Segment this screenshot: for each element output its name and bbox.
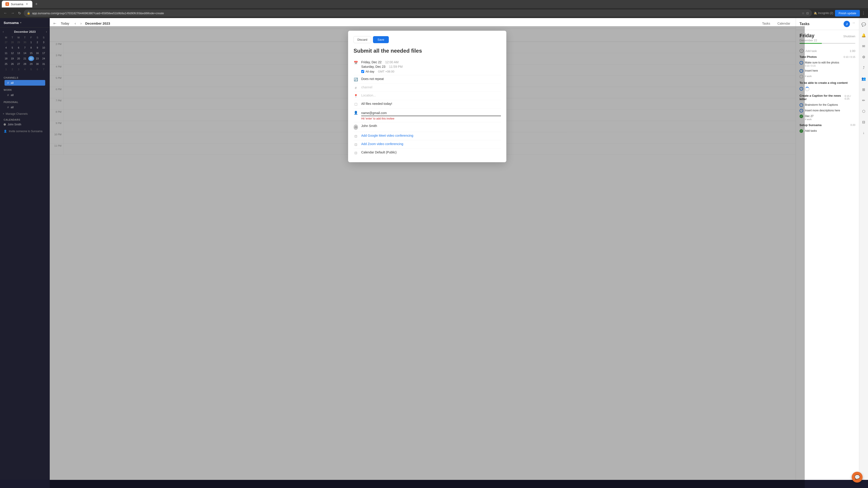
- browser-tab[interactable]: S Sunsama ✕: [2, 1, 32, 7]
- manage-channels-button[interactable]: + Manage Channels: [0, 111, 50, 117]
- rail-github-icon[interactable]: ⬡: [860, 107, 867, 115]
- mini-cal-day[interactable]: 15: [28, 51, 34, 56]
- end-date[interactable]: Saturday, Dec 23: [361, 65, 385, 68]
- mini-cal-day[interactable]: 7: [22, 45, 28, 50]
- invite-button[interactable]: 👤 Invite someone to Sunsama: [0, 128, 50, 135]
- save-button[interactable]: Save: [373, 36, 389, 43]
- mini-cal-day[interactable]: 20: [16, 56, 22, 61]
- location-placeholder[interactable]: Location...: [361, 94, 376, 97]
- mini-cal-day[interactable]: 30: [22, 40, 28, 45]
- mini-cal-day[interactable]: 3: [41, 40, 46, 45]
- mini-cal-day[interactable]: 30: [35, 61, 40, 66]
- mini-cal-day[interactable]: 22: [28, 56, 34, 61]
- all-day-toggle[interactable]: All day: [361, 70, 374, 73]
- rail-users-icon[interactable]: 👥: [860, 75, 867, 82]
- add-task-row[interactable]: + Add task 1:00: [796, 47, 859, 54]
- forward-button[interactable]: →: [10, 10, 16, 16]
- mini-cal-day[interactable]: 4: [3, 45, 9, 50]
- zoom-link[interactable]: Add Zoom video conferencing: [361, 142, 403, 146]
- mini-cal-day[interactable]: 19: [9, 56, 16, 61]
- repeat-label[interactable]: Does not repeat: [361, 77, 384, 80]
- mini-cal-day[interactable]: 26: [9, 61, 16, 66]
- mini-cal-day[interactable]: 12: [9, 51, 16, 56]
- mini-cal-day[interactable]: 7: [41, 67, 46, 72]
- rail-table-icon[interactable]: ⊞: [860, 86, 867, 93]
- vlog-title: To be able to create a vlog content: [800, 81, 855, 85]
- mini-cal-day[interactable]: 27: [3, 40, 9, 45]
- mini-cal-next-button[interactable]: ›: [46, 30, 47, 33]
- split-icon[interactable]: ⊡: [806, 11, 809, 15]
- mini-cal-day[interactable]: 6: [35, 67, 40, 72]
- mini-cal-day[interactable]: 29: [28, 61, 34, 66]
- sidebar-item-personal-all[interactable]: # all: [4, 104, 45, 110]
- calendar-default-label[interactable]: Calendar Default (Public): [361, 151, 397, 154]
- add-task-label: Add task: [805, 49, 817, 53]
- star-icon[interactable]: ☆: [802, 11, 804, 15]
- mini-cal-day[interactable]: 4: [22, 67, 28, 72]
- mini-cal-day[interactable]: 5: [28, 67, 34, 72]
- mini-cal-day[interactable]: 28: [22, 61, 28, 66]
- back-button[interactable]: ←: [3, 10, 8, 16]
- mini-cal-day[interactable]: 16: [35, 51, 40, 56]
- sidebar-item-all-channels[interactable]: # all: [4, 80, 45, 86]
- mini-cal-prev-button[interactable]: ‹: [3, 30, 4, 33]
- chrome-menu-icon[interactable]: ⋮: [862, 11, 865, 15]
- mini-cal-day[interactable]: 31: [41, 61, 46, 66]
- mini-cal-day[interactable]: 1: [28, 40, 34, 45]
- rail-share-icon[interactable]: ⤴: [860, 64, 867, 71]
- rail-settings-icon[interactable]: ⚙: [860, 53, 867, 61]
- refresh-button[interactable]: ↻: [17, 10, 22, 16]
- mini-cal-day[interactable]: 27: [16, 61, 22, 66]
- email-input[interactable]: [361, 110, 501, 116]
- mini-cal-day[interactable]: 10: [41, 45, 46, 50]
- prev-day-button[interactable]: ‹: [74, 21, 76, 26]
- mini-cal-day[interactable]: 17: [41, 51, 46, 56]
- sidebar-toggle-icon[interactable]: ⇤: [53, 21, 56, 26]
- mini-cal-day[interactable]: 6: [16, 45, 22, 50]
- mini-cal-day[interactable]: 29: [16, 40, 22, 45]
- address-bar[interactable]: 🔒 app.sunsama.com/group/1703182764469638…: [24, 9, 812, 17]
- rail-down-icon[interactable]: ↓: [860, 129, 867, 136]
- meet-link[interactable]: Add Google Meet video conferencing: [361, 134, 413, 137]
- mini-cal-day[interactable]: 1: [3, 67, 9, 72]
- mini-cal-day[interactable]: 9: [35, 45, 40, 50]
- tab-calendar[interactable]: Calendar: [776, 21, 792, 26]
- sidebar-caret-icon[interactable]: ▾: [20, 21, 22, 24]
- discard-button[interactable]: Discard: [353, 36, 371, 43]
- description-text[interactable]: All files needed today!: [361, 102, 392, 105]
- expand-icon[interactable]: →: [852, 21, 855, 27]
- timezone-label: GMT +08:00: [378, 70, 394, 73]
- end-time[interactable]: 11:59 PM: [389, 65, 403, 68]
- finish-update-button[interactable]: Finish update: [835, 10, 860, 17]
- mini-cal-day[interactable]: 23: [35, 56, 40, 61]
- take-photos-title: Take Photos 0:10 / 0:15: [800, 55, 855, 59]
- channel-placeholder[interactable]: channel: [361, 86, 372, 89]
- mini-cal-day[interactable]: 13: [16, 51, 22, 56]
- next-day-button[interactable]: ›: [80, 21, 83, 26]
- mini-cal-day[interactable]: 3: [16, 67, 22, 72]
- rail-chat-icon[interactable]: 💬: [860, 21, 867, 28]
- all-day-checkbox[interactable]: [361, 70, 364, 73]
- mini-cal-day[interactable]: 14: [22, 51, 28, 56]
- mini-cal-day[interactable]: 21: [22, 56, 28, 61]
- mini-cal-day[interactable]: 24: [41, 56, 46, 61]
- mini-cal-day[interactable]: 11: [3, 51, 9, 56]
- mini-cal-day[interactable]: 8: [28, 45, 34, 50]
- mini-cal-day[interactable]: 2: [35, 40, 40, 45]
- rail-bell-icon[interactable]: 🔔: [860, 32, 867, 39]
- mini-cal-day[interactable]: 18: [3, 56, 9, 61]
- start-date[interactable]: Friday, Dec 22: [361, 60, 381, 64]
- mini-cal-day[interactable]: 2: [9, 67, 16, 72]
- tab-tasks[interactable]: Tasks: [760, 21, 772, 26]
- mini-cal-day[interactable]: 5: [9, 45, 16, 50]
- tab-close-button[interactable]: ✕: [25, 2, 29, 6]
- rail-grid-icon[interactable]: ⊟: [860, 119, 867, 126]
- rail-edit-icon[interactable]: ✏: [860, 97, 867, 104]
- start-time[interactable]: 12:00 AM: [385, 60, 399, 64]
- new-tab-button[interactable]: +: [33, 1, 39, 7]
- mini-cal-day[interactable]: 25: [3, 61, 9, 66]
- sidebar-item-work-all[interactable]: # all: [4, 92, 45, 98]
- rail-mail-icon[interactable]: ✉: [860, 42, 867, 50]
- today-button[interactable]: Today: [59, 21, 71, 26]
- mini-cal-day[interactable]: 28: [9, 40, 16, 45]
